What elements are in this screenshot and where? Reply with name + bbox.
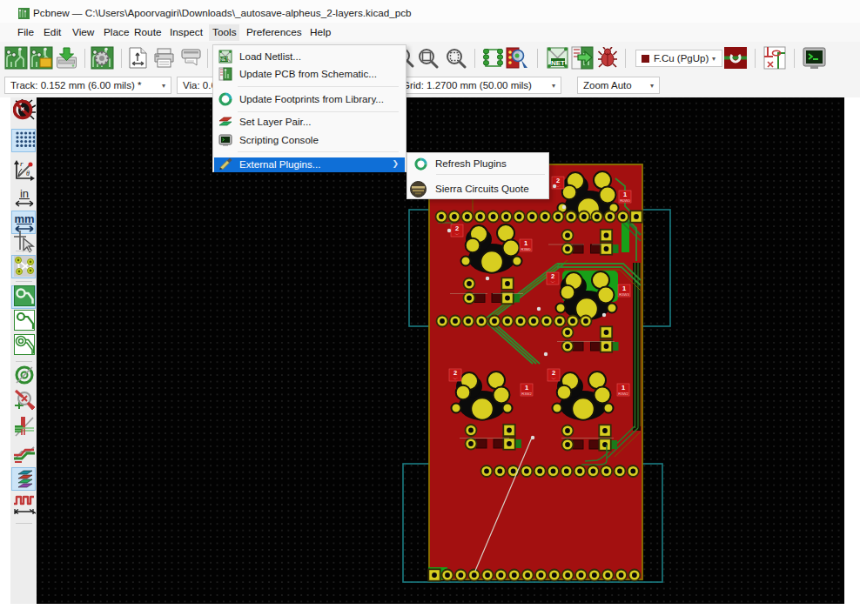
svg-text:·–·: ·–· xyxy=(555,184,560,188)
svg-text:·–·: ·–· xyxy=(551,376,555,380)
svg-text:mm: mm xyxy=(14,212,34,225)
svg-text:NET: NET xyxy=(551,59,565,67)
svg-text:R3W3: R3W3 xyxy=(619,292,629,297)
svg-text:in: in xyxy=(20,187,29,200)
svg-text:θ: θ xyxy=(26,170,30,177)
svg-text:R3W2: R3W2 xyxy=(521,392,532,396)
svg-text:·–·: ·–· xyxy=(453,376,457,380)
svg-text:R3W2: R3W2 xyxy=(618,392,628,396)
svg-text:R3M0: R3M0 xyxy=(521,247,531,251)
svg-text:·–·: ·–· xyxy=(550,279,554,284)
svg-text:r: r xyxy=(20,159,24,168)
svg-text:R0W0: R0W0 xyxy=(620,198,630,203)
svg-text:NET: NET xyxy=(220,57,229,62)
svg-text:·–·: ·–· xyxy=(454,231,459,236)
